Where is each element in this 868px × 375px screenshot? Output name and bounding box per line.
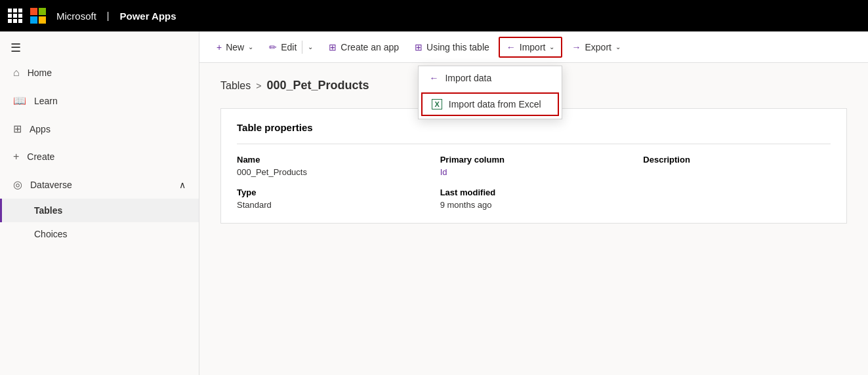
sidebar: ☰ ⌂ Home 📖 Learn ⊞ Apps + Create ◎ <box>0 31 199 375</box>
appname-label: Power Apps <box>119 10 176 22</box>
import-data-item[interactable]: ← Import data <box>419 66 562 90</box>
sidebar-sub-tables-label: Tables <box>34 205 62 216</box>
prop-type-value: Standard <box>237 200 424 210</box>
new-chevron-icon: ⌄ <box>248 43 253 50</box>
sidebar-item-apps[interactable]: ⊞ Apps <box>0 115 199 143</box>
topbar: Microsoft | Power Apps <box>0 0 868 31</box>
prop-name-label: Name <box>237 155 424 165</box>
sidebar-item-dataverse-label: Dataverse <box>30 180 72 190</box>
sidebar-item-create[interactable]: + Create <box>0 143 199 170</box>
sidebar-item-learn[interactable]: 📖 Learn <box>0 87 199 115</box>
import-excel-item[interactable]: X Import data from Excel <box>421 92 559 116</box>
table-properties-card: Table properties Name 000_Pet_Products P… <box>220 108 847 224</box>
prop-primary-column: Primary column Id <box>440 155 628 177</box>
new-button[interactable]: + New ⌄ <box>210 38 260 56</box>
microsoft-logo <box>30 8 46 24</box>
dataverse-icon: ◎ <box>13 178 22 191</box>
sidebar-item-dataverse[interactable]: ◎ Dataverse ∧ <box>0 170 199 199</box>
create-app-icon: ⊞ <box>329 42 337 52</box>
props-divider <box>237 144 831 144</box>
sidebar-sub-item-tables[interactable]: Tables <box>0 199 199 222</box>
apps-icon: ⊞ <box>13 123 22 135</box>
import-data-label: Import data <box>445 73 491 83</box>
prop-type-label: Type <box>237 188 424 197</box>
prop-last-modified-value: 9 months ago <box>440 200 628 210</box>
excel-icon: X <box>432 99 442 109</box>
new-label: New <box>226 42 244 52</box>
dataverse-chevron-icon: ∧ <box>179 180 186 190</box>
using-table-label: Using this table <box>426 42 489 52</box>
import-label: Import <box>520 42 546 52</box>
create-icon: + <box>13 151 19 163</box>
sidebar-item-apps-label: Apps <box>30 124 51 134</box>
create-app-label: Create an app <box>341 42 399 52</box>
table-properties-title: Table properties <box>237 122 831 133</box>
prop-last-modified-label: Last modified <box>440 188 628 197</box>
using-table-icon: ⊞ <box>415 42 423 52</box>
export-button[interactable]: → Export ⌄ <box>565 38 627 56</box>
prop-name-value: 000_Pet_Products <box>237 167 424 177</box>
breadcrumb-parent[interactable]: Tables <box>220 80 251 92</box>
import-button[interactable]: ← Import ⌄ <box>499 37 563 58</box>
sidebar-item-learn-label: Learn <box>34 96 58 106</box>
sidebar-item-home-label: Home <box>28 68 52 78</box>
prop-last-modified: Last modified 9 months ago <box>440 188 628 210</box>
import-menu: ← Import data X Import data from Excel <box>418 66 562 119</box>
breadcrumb-separator: > <box>256 81 261 91</box>
prop-name: Name 000_Pet_Products <box>237 155 424 177</box>
import-excel-label: Import data from Excel <box>449 99 541 109</box>
edit-icon: ✏ <box>269 42 277 52</box>
prop-primary-column-label: Primary column <box>440 155 628 165</box>
import-icon: ← <box>506 42 516 52</box>
export-chevron-icon: ⌄ <box>615 43 621 50</box>
edit-chevron-icon: ⌄ <box>308 43 313 50</box>
sidebar-sub-item-choices[interactable]: Choices <box>0 222 199 246</box>
toolbar: + New ⌄ ✏ Edit ⌄ ⊞ Create an app ⊞ Using… <box>199 31 868 63</box>
waffle-menu[interactable] <box>8 9 22 23</box>
learn-icon: 📖 <box>13 94 26 107</box>
export-label: Export <box>585 42 611 52</box>
main-area: + New ⌄ ✏ Edit ⌄ ⊞ Create an app ⊞ Using… <box>199 31 868 375</box>
prop-primary-column-value[interactable]: Id <box>440 167 628 177</box>
edit-button[interactable]: ✏ Edit ⌄ <box>262 37 320 58</box>
sidebar-sub-choices-label: Choices <box>34 229 68 239</box>
using-table-button[interactable]: ⊞ Using this table <box>408 38 496 56</box>
export-icon: → <box>571 42 581 52</box>
sidebar-item-home[interactable]: ⌂ Home <box>0 59 199 87</box>
sidebar-nav: ⌂ Home 📖 Learn ⊞ Apps + Create ◎ Dataver… <box>0 59 199 246</box>
import-chevron-icon: ⌄ <box>549 43 554 50</box>
prop-type: Type Standard <box>237 188 424 210</box>
hamburger-icon: ☰ <box>10 41 21 54</box>
hamburger-button[interactable]: ☰ <box>0 31 199 59</box>
import-dropdown-container: ← Import ⌄ ← Import data X Import data f… <box>499 37 563 58</box>
prop-description-label: Description <box>643 155 831 165</box>
edit-separator <box>302 41 302 54</box>
import-data-icon: ← <box>429 73 438 83</box>
new-icon: + <box>217 42 222 52</box>
sidebar-item-create-label: Create <box>27 151 54 162</box>
breadcrumb-current: 000_Pet_Products <box>266 79 369 92</box>
create-app-button[interactable]: ⊞ Create an app <box>322 38 405 56</box>
prop-description: Description <box>643 155 831 177</box>
home-icon: ⌂ <box>13 67 20 79</box>
edit-label: Edit <box>281 42 297 52</box>
brand-label: Microsoft <box>56 10 96 22</box>
props-grid: Name 000_Pet_Products Primary column Id … <box>237 155 831 210</box>
